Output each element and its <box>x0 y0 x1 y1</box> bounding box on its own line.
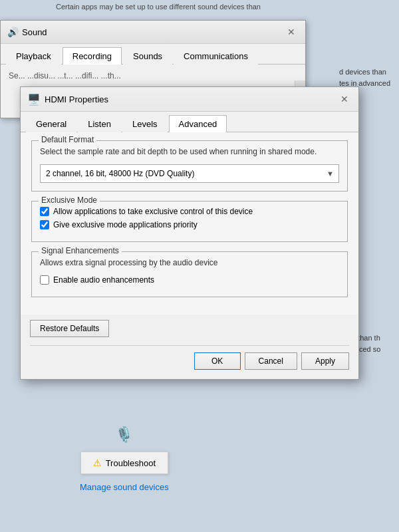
exclusive-mode-label: Exclusive Mode <box>39 196 100 205</box>
hdmi-tabs: General Listen Levels Advanced <box>21 112 358 132</box>
hdmi-icon: 🖥️ <box>27 93 41 106</box>
sound-titlebar: 🔊 Sound ✕ <box>1 21 305 44</box>
tab-advanced[interactable]: Advanced <box>169 115 227 132</box>
hdmi-dialog: 🖥️ HDMI Properties ✕ General Listen Leve… <box>20 86 359 380</box>
tab-levels[interactable]: Levels <box>122 115 168 132</box>
tab-recording[interactable]: Recording <box>63 47 122 65</box>
troubleshoot-button[interactable]: ⚠ Troubleshoot <box>80 452 168 474</box>
enable-enhancements-text: Enable audio enhancements <box>53 275 154 285</box>
sound-content-text: Se... ...disu... ...t... ...difi... ...t… <box>9 71 297 80</box>
speaker-icon: 🔊 <box>7 27 18 37</box>
signal-enhancements-description: Allows extra signal processing by the au… <box>40 257 339 269</box>
dialog-buttons: OK Cancel Apply <box>30 345 349 370</box>
restore-defaults-button[interactable]: Restore Defaults <box>30 320 109 337</box>
sound-title: Sound <box>22 27 47 37</box>
tab-sounds[interactable]: Sounds <box>123 47 172 65</box>
exclusive-priority-checkbox[interactable] <box>40 220 49 229</box>
exclusive-priority-row: Give exclusive mode applications priorit… <box>40 220 339 229</box>
tab-communications[interactable]: Communications <box>174 47 258 65</box>
bottom-area: 🎙️ ⚠ Troubleshoot Manage sound devices <box>80 426 169 492</box>
default-format-group: Default Format Select the sample rate an… <box>31 140 348 192</box>
format-dropdown-wrapper: 2 channel, 16 bit, 44100 Hz (CD Quality)… <box>40 164 339 183</box>
side-text-right1: d devices than tes in advanced <box>339 66 399 88</box>
dialog-footer: Restore Defaults OK Cancel Apply <box>21 315 358 379</box>
exclusive-priority-text: Give exclusive mode applications priorit… <box>53 220 198 229</box>
signal-enhancements-label: Signal Enhancements <box>39 246 122 255</box>
top-text: Certain apps may be set up to use differ… <box>53 0 263 13</box>
hdmi-body: Default Format Select the sample rate an… <box>21 132 358 315</box>
sound-close-button[interactable]: ✕ <box>284 25 299 39</box>
warning-icon: ⚠ <box>93 458 102 468</box>
enable-enhancements-checkbox[interactable] <box>40 275 49 285</box>
hdmi-titlebar: 🖥️ HDMI Properties ✕ <box>21 87 358 112</box>
format-dropdown[interactable]: 2 channel, 16 bit, 44100 Hz (CD Quality)… <box>40 164 339 183</box>
troubleshoot-label: Troubleshoot <box>106 458 156 468</box>
exclusive-control-row: Allow applications to take exclusive con… <box>40 207 339 216</box>
hdmi-close-button[interactable]: ✕ <box>337 92 352 106</box>
hdmi-title: HDMI Properties <box>45 94 108 104</box>
enable-enhancements-row: Enable audio enhancements <box>40 275 339 285</box>
exclusive-control-checkbox[interactable] <box>40 207 49 216</box>
ok-button[interactable]: OK <box>194 352 241 370</box>
default-format-label: Default Format <box>39 135 96 144</box>
apply-button[interactable]: Apply <box>301 352 349 370</box>
tab-playback[interactable]: Playback <box>6 47 61 65</box>
tab-general[interactable]: General <box>26 115 76 132</box>
tab-listen[interactable]: Listen <box>78 115 121 132</box>
microphone-icon: 🎙️ <box>115 426 133 444</box>
default-format-description: Select the sample rate and bit depth to … <box>40 146 339 158</box>
sound-tabs: Playback Recording Sounds Communications <box>1 44 305 65</box>
signal-enhancements-group: Signal Enhancements Allows extra signal … <box>31 251 348 297</box>
exclusive-control-text: Allow applications to take exclusive con… <box>53 207 253 216</box>
exclusive-mode-group: Exclusive Mode Allow applications to tak… <box>31 201 348 242</box>
cancel-button[interactable]: Cancel <box>245 352 297 370</box>
manage-sound-devices-link[interactable]: Manage sound devices <box>80 482 169 492</box>
